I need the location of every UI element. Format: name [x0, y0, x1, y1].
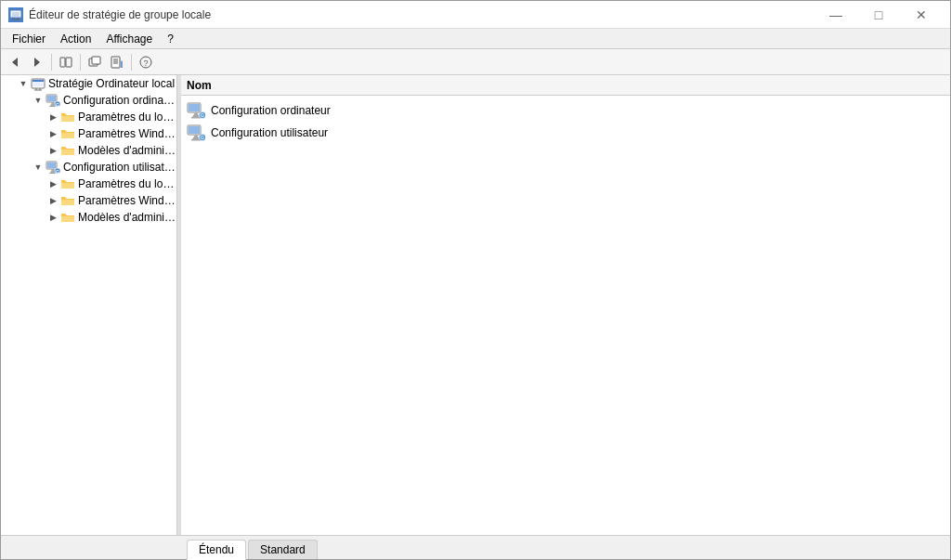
tree-config-util-expander[interactable]: ▼ — [31, 160, 46, 175]
computer-icon-1: G — [46, 93, 60, 108]
svg-rect-10 — [92, 57, 100, 64]
show-hide-tree-button[interactable] — [56, 52, 76, 72]
svg-marker-39 — [192, 112, 200, 117]
toolbar-sep-3 — [131, 54, 132, 71]
tree-pw1-expander[interactable]: ▶ — [46, 126, 60, 141]
tree-params-windows-2-label: Paramètres Windows — [78, 194, 176, 207]
close-button[interactable]: ✕ — [900, 1, 943, 29]
tree-modeles-admin-2-label: Modèles d'administration — [78, 211, 176, 224]
svg-marker-5 — [12, 58, 18, 67]
tab-standard[interactable]: Standard — [248, 540, 318, 559]
tree-root[interactable]: ▼ Stratégie Ordinateur local — [1, 75, 176, 92]
tree-params-windows-2[interactable]: ▶ Paramètres Windows — [1, 192, 176, 209]
svg-marker-45 — [192, 135, 200, 139]
computer-icon-2: G — [46, 160, 60, 175]
main-area: ▼ Stratégie Ordinateur local — [1, 75, 950, 535]
tree-pl2-expander[interactable]: ▶ — [46, 176, 60, 191]
svg-text:G: G — [201, 112, 204, 118]
minimize-button[interactable]: — — [814, 1, 857, 29]
column-name-header: Nom — [187, 79, 212, 92]
tree-params-logiciel-1-label: Paramètres du logiciel — [78, 111, 176, 124]
svg-rect-32 — [47, 163, 56, 168]
folder-icon-1 — [60, 110, 75, 124]
tree-params-logiciel-2-label: Paramètres du logiciel — [78, 177, 176, 190]
svg-rect-8 — [66, 58, 72, 67]
title-bar-controls: — □ ✕ — [814, 1, 943, 29]
maximize-button[interactable]: □ — [857, 1, 900, 29]
window-title: Éditeur de stratégie de groupe locale — [29, 8, 211, 21]
svg-marker-6 — [34, 58, 40, 67]
content-item-config-ordinateur[interactable]: G Configuration ordinateur — [181, 99, 950, 122]
svg-text:G: G — [56, 169, 59, 175]
title-bar-left: Éditeur de stratégie de groupe locale — [8, 7, 211, 22]
tab-etendu[interactable]: Étendu — [187, 540, 246, 560]
content-label-config-ordinateur: Configuration ordinateur — [211, 104, 331, 117]
tree-root-expander[interactable]: ▼ — [16, 76, 31, 91]
tree-config-ordinateur-label: Configuration ordinateur — [63, 94, 176, 107]
svg-rect-11 — [111, 57, 120, 68]
svg-rect-7 — [60, 58, 65, 67]
title-bar: Éditeur de stratégie de groupe locale — … — [1, 1, 950, 29]
svg-rect-46 — [191, 139, 201, 141]
menu-bar: Fichier Action Affichage ? — [1, 29, 950, 49]
tree-params-logiciel-2[interactable]: ▶ Paramètres du logiciel — [1, 176, 176, 192]
help-button[interactable]: ? — [136, 52, 156, 72]
tree-ma1-expander[interactable]: ▶ — [46, 143, 60, 158]
svg-marker-15 — [121, 60, 123, 62]
tree-config-ord-expander[interactable]: ▼ — [31, 93, 46, 108]
app-icon — [8, 7, 23, 22]
content-computer-icon-2: G — [187, 124, 205, 142]
svg-rect-26 — [47, 96, 56, 101]
folder-icon-4 — [60, 176, 75, 191]
root-icon — [31, 76, 46, 91]
svg-rect-44 — [189, 126, 200, 134]
svg-rect-38 — [189, 104, 200, 111]
toolbar-sep-2 — [80, 54, 81, 71]
content-list: G Configuration ordinateur — [181, 96, 950, 535]
tree-pane: ▼ Stratégie Ordinateur local — [1, 75, 177, 535]
tree-root-label: Stratégie Ordinateur local — [48, 77, 175, 90]
tree-modeles-admin-1-label: Modèles d'administration — [78, 144, 176, 157]
main-window: Éditeur de stratégie de groupe locale — … — [0, 0, 951, 560]
menu-aide[interactable]: ? — [160, 29, 181, 48]
forward-button[interactable] — [27, 52, 47, 72]
tree-config-utilisateur-label: Configuration utilisateur — [63, 161, 176, 174]
tree-config-utilisateur[interactable]: ▼ G Configuration utilisateur — [1, 159, 176, 176]
back-button[interactable] — [5, 52, 25, 72]
export-list-button[interactable] — [107, 52, 127, 72]
tree-params-windows-1-label: Paramètres Windows — [78, 127, 176, 140]
content-item-config-utilisateur[interactable]: G Configuration utilisateur — [181, 122, 950, 144]
menu-fichier[interactable]: Fichier — [5, 29, 53, 48]
content-pane: Nom G Configuration — [181, 75, 950, 535]
tree-config-ordinateur[interactable]: ▼ G Configuration ordinateur — [1, 92, 176, 109]
svg-text:G: G — [201, 135, 204, 140]
folder-icon-3 — [60, 143, 75, 158]
tree-modeles-admin-1[interactable]: ▶ Modèles d'administration — [1, 142, 176, 159]
content-label-config-utilisateur: Configuration utilisateur — [211, 126, 328, 139]
folder-icon-5 — [60, 193, 75, 208]
tree-params-windows-1[interactable]: ▶ Paramètres Windows — [1, 125, 176, 142]
content-header: Nom — [181, 75, 950, 96]
svg-text:G: G — [56, 102, 59, 108]
svg-rect-1 — [12, 12, 20, 17]
toolbar: ? — [1, 49, 950, 75]
folder-icon-2 — [60, 126, 75, 141]
tree-pw2-expander[interactable]: ▶ — [46, 193, 60, 208]
menu-affichage[interactable]: Affichage — [98, 29, 160, 48]
toolbar-sep-1 — [51, 54, 52, 71]
svg-text:?: ? — [143, 59, 148, 68]
menu-action[interactable]: Action — [53, 29, 98, 48]
tree-pl1-expander[interactable]: ▶ — [46, 110, 60, 124]
content-computer-icon-1: G — [187, 101, 205, 120]
svg-rect-21 — [33, 80, 44, 82]
status-bar: Étendu Standard — [1, 535, 950, 559]
new-window-button[interactable] — [85, 52, 105, 72]
svg-rect-40 — [191, 117, 201, 119]
tree-params-logiciel-1[interactable]: ▶ Paramètres du logiciel — [1, 109, 176, 125]
tree-ma2-expander[interactable]: ▶ — [46, 210, 60, 225]
tree-modeles-admin-2[interactable]: ▶ Modèles d'administration — [1, 209, 176, 226]
folder-icon-6 — [60, 210, 75, 225]
